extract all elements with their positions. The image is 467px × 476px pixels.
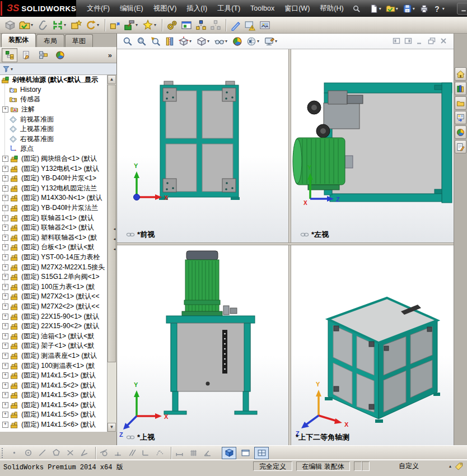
section-button[interactable] [164,35,176,48]
expand-icon[interactable]: + [2,215,8,221]
dropdown-arrow-icon[interactable]: ▾ [31,22,33,27]
zoom-prev-button[interactable] [150,35,162,48]
expand-icon[interactable]: + [2,333,8,339]
tree-item[interactable]: +(固定) 测温表座<1> (默认 [0,351,108,361]
fm-tab-fm-prop[interactable] [18,48,34,62]
explode-button[interactable] [194,18,208,32]
expand-icon[interactable]: + [2,254,8,260]
filter-funnel-icon[interactable] [2,65,10,73]
tree-item[interactable]: 上视基准面 [0,124,108,134]
expand-icon[interactable]: + [2,422,8,428]
menu-item[interactable]: 插入(I) [181,0,212,17]
expand-icon[interactable]: + [2,166,8,172]
paperclip-button[interactable] [36,18,50,32]
scrollbar-thumb[interactable] [108,85,116,362]
menu-item[interactable]: 编辑(E) [115,0,148,17]
dropdown-arrow-icon[interactable]: ▾ [64,22,66,27]
status-custom[interactable]: 自定义 [370,461,448,471]
pic-star-button[interactable] [69,18,83,32]
snap-angle2-button[interactable] [202,447,213,458]
viewport-left[interactable]: Y Z X *左视 [291,49,454,242]
status-custom-arrow-icon[interactable]: ▴ [449,464,451,469]
tree-item[interactable]: 右视基准面 [0,134,108,144]
tree-item[interactable]: +(固定) 联轴器2<1> (默认 [0,223,108,233]
expand-icon[interactable]: + [2,353,8,359]
fm-tab-fm-config[interactable] [35,48,51,62]
task-pane-home-button[interactable] [455,67,466,81]
rotate-button[interactable]: ▾ [84,18,101,32]
viewport-close-button[interactable] [438,36,449,45]
viewport-pane-left-button[interactable] [391,36,401,45]
expand-icon[interactable]: + [2,293,8,300]
tree-item[interactable]: +(固定) M27X2<2> (默认<< [0,302,108,312]
dropdown-arrow-icon[interactable]: ▾ [207,39,209,44]
dropdown-arrow-icon[interactable]: ▾ [413,6,415,11]
dropdown-arrow-icon[interactable]: ▾ [154,22,156,27]
expand-icon[interactable]: + [2,412,8,418]
explode-grey-button[interactable] [209,18,222,32]
picture-button[interactable] [258,18,272,32]
scene-ball-button[interactable]: ▾ [245,35,261,48]
tree-item[interactable]: +(固定) M27X2-M22X1.5接头 [0,262,108,272]
expand-icon[interactable]: + [2,264,8,270]
dropdown-arrow-icon[interactable]: ▾ [379,6,381,11]
blue-pen-button[interactable] [229,18,242,32]
expand-icon[interactable]: + [2,175,8,181]
viewport-isometric[interactable]: Y X Z *上下二等角轴测 [291,245,454,445]
snap-x-button[interactable] [65,447,76,458]
viewport-front[interactable]: Y X *前视 [117,49,288,242]
tree-item[interactable]: +(固定) 22X15-90<2> (默认 [0,321,108,332]
snap-mid-button[interactable] [113,447,123,458]
move-arrow-button[interactable] [108,18,122,32]
expand-icon[interactable]: + [2,244,8,250]
viewport-pane-right-button[interactable] [403,36,413,45]
snap-circle-button[interactable] [23,447,34,458]
sparkle-star-button[interactable]: ▾ [141,18,158,32]
dropdown-arrow-icon[interactable]: ▾ [11,67,13,72]
task-pane-palette-arrow-button[interactable] [455,111,466,124]
pane-single-button[interactable] [238,447,253,459]
dropdown-arrow-icon[interactable]: ▾ [136,22,138,27]
expand-icon[interactable]: + [2,382,8,389]
monitor-edit-button[interactable]: ▾ [263,35,279,48]
dropdown-arrow-icon[interactable]: ▾ [442,6,445,11]
task-pane-form-pencil-button[interactable] [455,140,466,153]
help-button[interactable]: ?▾ [431,3,447,15]
menu-item[interactable]: Toolbox [245,0,279,17]
expand-icon[interactable]: + [2,363,8,369]
tree-item[interactable]: +(固定) 塑料联轴器<1> (默 [0,233,108,243]
snap-angle-button[interactable] [79,447,90,458]
tree-item[interactable]: +(固定) 油箱<1> (默认<默 [0,331,108,341]
tree-item[interactable]: +(固定) M14x1.5<3> (默认 [0,390,108,400]
folder-open-button[interactable]: ▾ [18,18,35,32]
tree-item[interactable]: +(固定) YB-D40叶片泵<1> [0,174,108,184]
expand-icon[interactable]: + [2,392,8,398]
expand-icon[interactable]: + [2,205,8,211]
save-button[interactable]: ▾ [401,3,418,15]
glasses-button[interactable]: ▾ [213,35,230,48]
panel-splitter-handle[interactable]: ◂◂◂ [113,224,116,254]
mate-button[interactable]: ▾ [51,18,68,32]
scroll-down-icon[interactable]: ▼ [108,423,116,432]
tree-item[interactable]: +(固定) M14x1.5<4> (默认 [0,400,108,410]
gears-button[interactable] [165,18,179,32]
expand-icon[interactable]: + [2,372,8,379]
menu-item[interactable]: 窗口(W) [279,0,315,17]
tree-item[interactable]: +(固定) 联轴器1<1> (默认 [0,213,108,223]
snap-length-button[interactable] [174,447,185,458]
tree-item[interactable]: +(固定) M14X30-N<1> (默认 [0,193,108,203]
zoom-area-button[interactable] [136,35,148,48]
tree-root-item[interactable]: 剁锉机油源 (默认<默认_显示 [0,75,108,85]
tree-item[interactable]: +(固定) YST-00-14压力表栓 [0,253,108,263]
tree-item[interactable]: 传感器 [0,95,108,105]
snap-parallel-button[interactable] [127,447,137,458]
tree-item[interactable]: +(固定) M27X2<1> (默认<< [0,292,108,302]
viewport-vertical-splitter[interactable] [288,49,291,445]
viewport-top[interactable]: Y X Z *上视 [117,245,288,445]
viewport-horizontal-splitter[interactable] [117,242,454,245]
dropdown-arrow-icon[interactable]: ▾ [189,39,192,44]
tree-item[interactable]: +(固定) 架子<1> (默认<默 [0,341,108,351]
menu-item[interactable]: 帮助(H) [315,0,348,17]
snap-grid-button[interactable] [188,447,199,458]
tab-草图[interactable]: 草图 [65,34,93,47]
